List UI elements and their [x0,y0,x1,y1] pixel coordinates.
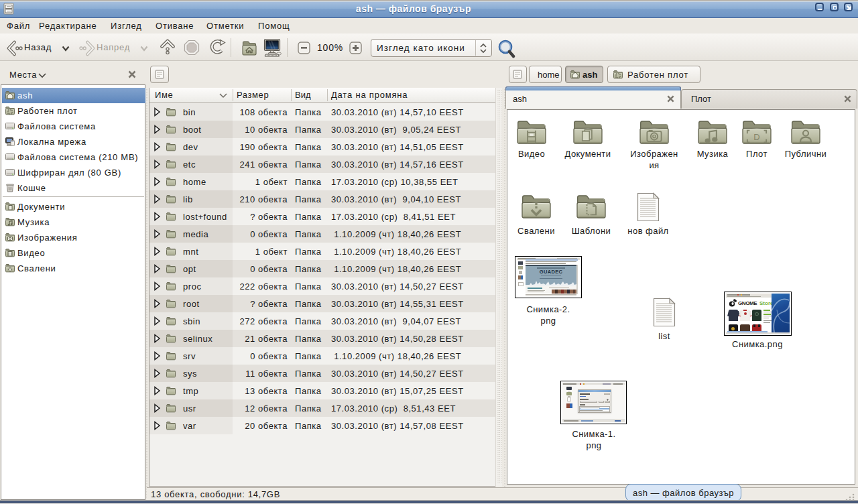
svg-text:D: D [753,132,759,142]
